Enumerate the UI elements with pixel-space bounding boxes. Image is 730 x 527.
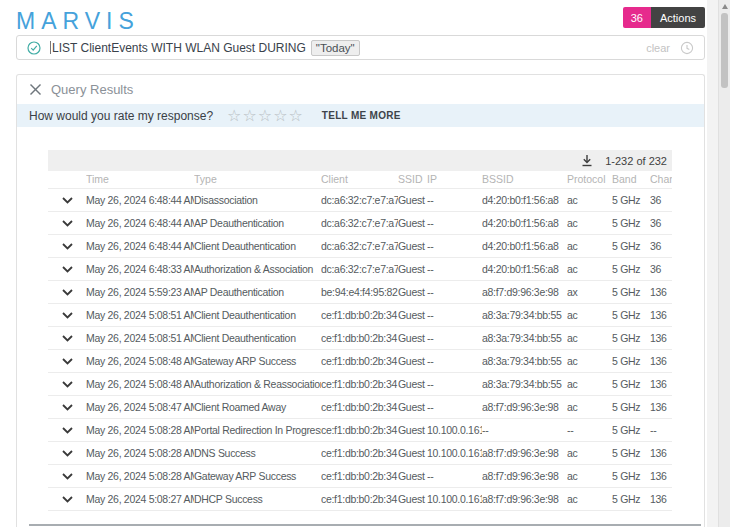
chevron-down-icon[interactable]: [62, 496, 73, 503]
cell-channel: 136: [650, 395, 672, 418]
page-scrollbar[interactable]: [718, 0, 730, 527]
history-clock-icon[interactable]: [680, 41, 694, 55]
star-icon[interactable]: ☆: [258, 108, 272, 124]
table-row[interactable]: May 26, 2024 5:59:23 AM AP Deauthenticat…: [48, 280, 672, 303]
scrollbar-thumb[interactable]: [721, 13, 728, 88]
cell-ssid: Guest: [398, 395, 427, 418]
cell-bssid: a8:3a:79:34:bb:55: [482, 349, 567, 372]
cell-time: May 26, 2024 6:48:33 AM: [86, 257, 194, 280]
chevron-down-icon[interactable]: [62, 220, 73, 227]
chevron-down-icon[interactable]: [62, 289, 73, 296]
table-row[interactable]: May 26, 2024 6:48:44 AM AP Deauthenticat…: [48, 211, 672, 234]
table-bottom-divider: [29, 524, 701, 526]
app-window: MARVIS 36 Actions LIST ClientEvents WITH…: [0, 0, 707, 527]
column-header-type: Type: [194, 171, 321, 188]
download-icon[interactable]: [581, 154, 593, 167]
cell-ssid: Guest: [398, 257, 427, 280]
cell-band: 5 GHz: [612, 303, 650, 326]
cell-channel: 36: [650, 257, 672, 280]
query-input[interactable]: LIST ClientEvents WITH WLAN Guest DURING…: [16, 35, 705, 60]
cell-client: dc:a6:32:c7:e7:a7: [321, 257, 398, 280]
clear-button[interactable]: clear: [646, 42, 670, 54]
chevron-down-icon[interactable]: [62, 358, 73, 365]
check-circle-icon: [27, 41, 41, 55]
actions-button[interactable]: 36 Actions: [623, 7, 705, 28]
table-row[interactable]: May 26, 2024 5:08:27 AM DHCP Success ce:…: [48, 487, 672, 510]
table-row[interactable]: May 26, 2024 5:08:48 AM Authorization & …: [48, 372, 672, 395]
column-header-ip: IP: [427, 171, 482, 188]
cell-band: 5 GHz: [612, 188, 650, 211]
table-body: May 26, 2024 6:48:44 AM Disassociation d…: [48, 188, 672, 510]
chevron-down-icon[interactable]: [62, 335, 73, 342]
cell-bssid: d4:20:b0:f1:56:a8: [482, 234, 567, 257]
cell-time: May 26, 2024 5:08:48 AM: [86, 372, 194, 395]
table-row[interactable]: May 26, 2024 5:08:28 AM Portal Redirecti…: [48, 418, 672, 441]
table-row[interactable]: May 26, 2024 6:48:44 AM Disassociation d…: [48, 188, 672, 211]
cell-type: Client Deauthentication: [194, 303, 321, 326]
cell-channel: 36: [650, 211, 672, 234]
table-row[interactable]: May 26, 2024 6:48:33 AM Authorization & …: [48, 257, 672, 280]
cell-expand: [48, 441, 86, 464]
table-row[interactable]: May 26, 2024 5:08:28 AM Gateway ARP Succ…: [48, 464, 672, 487]
cell-channel: 36: [650, 188, 672, 211]
chevron-down-icon[interactable]: [62, 312, 73, 319]
scrollbar-up-arrow-icon[interactable]: [722, 4, 728, 9]
cell-channel: 136: [650, 303, 672, 326]
table-row[interactable]: May 26, 2024 5:08:28 AM DNS Success ce:f…: [48, 441, 672, 464]
cell-channel: 136: [650, 280, 672, 303]
panel-header: Query Results: [17, 75, 704, 104]
cell-protocol: ax: [567, 280, 612, 303]
query-token-today[interactable]: "Today": [311, 40, 360, 56]
cell-type: Gateway ARP Success: [194, 349, 321, 372]
table-row[interactable]: May 26, 2024 5:08:51 AM Client Deauthent…: [48, 326, 672, 349]
table-row[interactable]: May 26, 2024 6:48:44 AM Client Deauthent…: [48, 234, 672, 257]
cell-expand: [48, 395, 86, 418]
chevron-down-icon[interactable]: [62, 473, 73, 480]
tell-me-more-link[interactable]: TELL ME MORE: [322, 110, 401, 121]
star-icon[interactable]: ☆: [227, 108, 241, 124]
text-cursor: [50, 41, 51, 54]
cell-ip: --: [427, 464, 482, 487]
star-icon[interactable]: ☆: [288, 108, 302, 124]
actions-count-badge: 36: [623, 7, 651, 28]
cell-channel: 136: [650, 372, 672, 395]
cell-band: 5 GHz: [612, 234, 650, 257]
close-icon[interactable]: [29, 83, 42, 96]
chevron-down-icon[interactable]: [62, 197, 73, 204]
cell-type: Authorization & Association: [194, 257, 321, 280]
cell-protocol: ac: [567, 372, 612, 395]
chevron-down-icon[interactable]: [62, 266, 73, 273]
cell-ip: --: [427, 303, 482, 326]
cell-ssid: Guest: [398, 441, 427, 464]
cell-expand: [48, 464, 86, 487]
chevron-down-icon[interactable]: [62, 381, 73, 388]
column-header-chanr: Chanr: [650, 171, 672, 188]
cell-ip: --: [427, 188, 482, 211]
cell-bssid: a8:3a:79:34:bb:55: [482, 303, 567, 326]
cell-ip: --: [427, 395, 482, 418]
cell-channel: 136: [650, 326, 672, 349]
cell-bssid: d4:20:b0:f1:56:a8: [482, 188, 567, 211]
cell-client: ce:f1:db:b0:2b:34: [321, 326, 398, 349]
cell-bssid: a8:3a:79:34:bb:55: [482, 372, 567, 395]
star-icon[interactable]: ☆: [242, 108, 256, 124]
cell-expand: [48, 303, 86, 326]
cell-protocol: ac: [567, 303, 612, 326]
table-row[interactable]: May 26, 2024 5:08:48 AM Gateway ARP Succ…: [48, 349, 672, 372]
chevron-down-icon[interactable]: [62, 404, 73, 411]
cell-band: 5 GHz: [612, 372, 650, 395]
chevron-down-icon[interactable]: [62, 427, 73, 434]
chevron-down-icon[interactable]: [62, 450, 73, 457]
table-row[interactable]: May 26, 2024 5:08:51 AM Client Deauthent…: [48, 303, 672, 326]
cell-bssid: a8:f7:d9:96:3e:98: [482, 487, 567, 510]
chevron-down-icon[interactable]: [62, 243, 73, 250]
table-row[interactable]: May 26, 2024 5:08:47 AM Client Roamed Aw…: [48, 395, 672, 418]
results-table-container: 1-232 of 232 TimeTypeClientSSIDIPBSSIDPr…: [48, 150, 672, 511]
cell-channel: 136: [650, 441, 672, 464]
star-icon[interactable]: ☆: [273, 108, 287, 124]
rating-stars[interactable]: ☆☆☆☆☆: [227, 108, 304, 124]
cell-band: 5 GHz: [612, 326, 650, 349]
cell-client: ce:f1:db:b0:2b:34: [321, 418, 398, 441]
cell-bssid: a8:f7:d9:96:3e:98: [482, 280, 567, 303]
cell-client: ce:f1:db:b0:2b:34: [321, 372, 398, 395]
